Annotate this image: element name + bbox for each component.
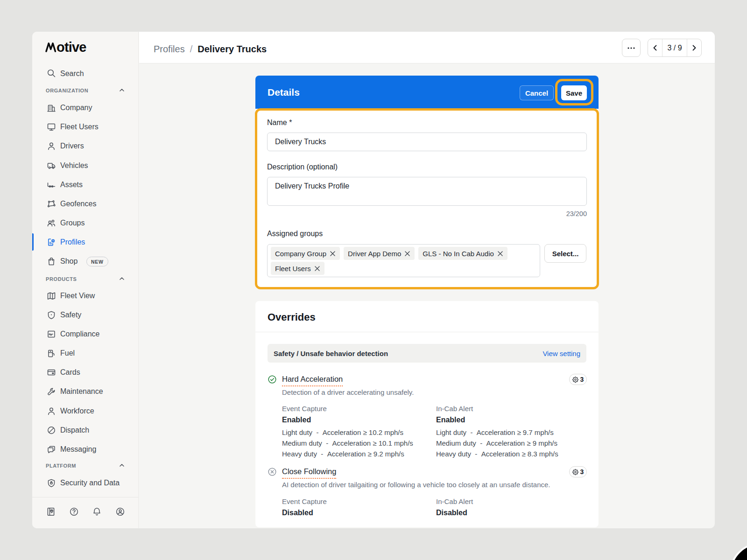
- svg-text:otive: otive: [56, 41, 86, 53]
